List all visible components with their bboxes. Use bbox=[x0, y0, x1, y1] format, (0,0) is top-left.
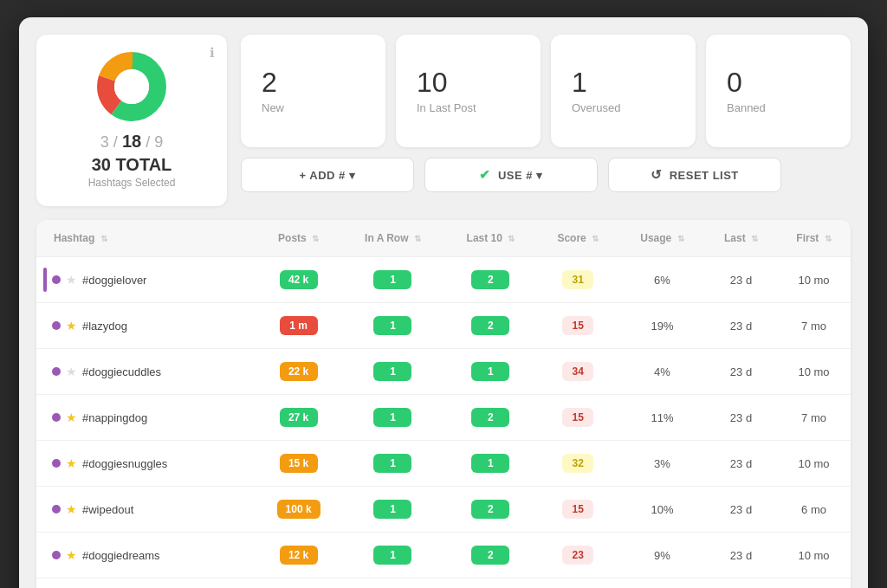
last-cell: 23 d bbox=[705, 533, 777, 578]
first-cell: 10 mo bbox=[777, 349, 851, 395]
score-cell: 15 bbox=[537, 395, 619, 441]
score-badge: 23 bbox=[562, 546, 593, 565]
score-cell: 32 bbox=[537, 441, 619, 487]
hashtag-name: #doggielover bbox=[82, 274, 146, 287]
posts-badge: 22 k bbox=[280, 362, 318, 381]
top-section: ℹ 3 / 18 / 9 30 TOTAL Hashtags Selected bbox=[36, 35, 851, 206]
col-last[interactable]: Last ⇅ bbox=[705, 220, 777, 257]
hashtag-cell: ★#lazydog bbox=[36, 303, 256, 349]
first-cell: 10 mo bbox=[777, 257, 851, 303]
stat-banned-number: 0 bbox=[727, 68, 742, 96]
score-badge: 31 bbox=[562, 270, 593, 289]
last10-cell: 2 bbox=[444, 257, 537, 303]
hashtag-name: #doggiesnuggles bbox=[82, 457, 167, 470]
posts-badge: 1 m bbox=[280, 316, 318, 335]
stat-overused-label: Overused bbox=[572, 101, 620, 114]
usage-cell: 4% bbox=[619, 349, 705, 395]
app-container: ℹ 3 / 18 / 9 30 TOTAL Hashtags Selected bbox=[19, 17, 868, 588]
first-cell: 5 mo bbox=[777, 578, 851, 589]
stat-banned-label: Banned bbox=[727, 101, 766, 114]
stat-new-number: 2 bbox=[262, 68, 277, 96]
stat-in-last-post: 10 In Last Post bbox=[396, 35, 541, 147]
posts-badge: 12 k bbox=[280, 546, 318, 565]
col-hashtag[interactable]: Hashtag ⇅ bbox=[36, 220, 256, 257]
in-a-row-badge: 1 bbox=[373, 500, 411, 519]
last10-cell: 2 bbox=[444, 303, 537, 349]
col-last10[interactable]: Last 10 ⇅ bbox=[444, 220, 537, 257]
in-a-row-cell: 1 bbox=[341, 487, 444, 533]
counts-mid: 18 bbox=[122, 132, 141, 151]
col-usage[interactable]: Usage ⇅ bbox=[619, 220, 705, 257]
last10-badge: 2 bbox=[471, 316, 509, 335]
score-badge: 15 bbox=[562, 316, 593, 335]
in-a-row-cell: 1 bbox=[341, 349, 444, 395]
table-row: ★#lazydog1 m121519%23 d7 mo bbox=[36, 303, 851, 349]
star-icon[interactable]: ★ bbox=[66, 365, 77, 378]
use-hashtag-button[interactable]: ✔ USE # ▾ bbox=[424, 158, 598, 192]
reset-list-button[interactable]: ↺ RESET LIST bbox=[608, 158, 781, 192]
table-row: ★#doggiesnuggles15 k11323%23 d10 mo bbox=[36, 441, 851, 487]
sort-arrow-first: ⇅ bbox=[825, 234, 832, 243]
last10-badge: 2 bbox=[471, 500, 509, 519]
stats-grid: 2 New 10 In Last Post 1 Overused 0 Banne… bbox=[241, 35, 851, 147]
col-posts[interactable]: Posts ⇅ bbox=[256, 220, 341, 257]
last10-badge: 2 bbox=[471, 408, 509, 427]
star-icon[interactable]: ★ bbox=[66, 410, 77, 424]
use-hashtag-label: USE # ▾ bbox=[498, 169, 543, 182]
dot-purple bbox=[52, 505, 61, 514]
sort-arrow-last10: ⇅ bbox=[508, 234, 515, 243]
table-row: ★#doggielover42 k12316%23 d10 mo bbox=[36, 257, 851, 303]
usage-cell: 10% bbox=[619, 487, 705, 533]
score-cell: 15 bbox=[537, 303, 619, 349]
in-a-row-badge: 1 bbox=[373, 362, 411, 381]
action-bar: + ADD # ▾ ✔ USE # ▾ ↺ RESET LIST bbox=[241, 158, 851, 192]
dot-purple bbox=[52, 551, 61, 559]
score-cell: 34 bbox=[537, 349, 619, 395]
table-header-row: Hashtag ⇅ Posts ⇅ In A Row ⇅ Last 10 ⇅ bbox=[36, 220, 851, 257]
usage-cell: 11% bbox=[619, 395, 705, 441]
chart-counts: 3 / 18 / 9 bbox=[100, 132, 163, 152]
last-cell: 23 d bbox=[705, 349, 777, 395]
hashtag-cell: ★#doggielover bbox=[36, 257, 256, 303]
last10-badge: 1 bbox=[471, 362, 509, 381]
posts-cell: 280 k bbox=[256, 578, 341, 589]
last10-cell: 1 bbox=[444, 349, 537, 395]
hashtag-cell: ★#doggiedreams bbox=[36, 533, 256, 578]
posts-cell: 27 k bbox=[256, 395, 341, 441]
hashtag-cell: ★#muttstagram bbox=[36, 578, 256, 589]
col-first[interactable]: First ⇅ bbox=[777, 220, 851, 257]
stat-overused-number: 1 bbox=[572, 68, 587, 96]
score-cell: 29 bbox=[537, 578, 619, 589]
star-icon[interactable]: ★ bbox=[66, 273, 77, 287]
in-a-row-badge: 1 bbox=[373, 316, 411, 335]
sort-arrow-hashtag: ⇅ bbox=[100, 234, 107, 243]
star-icon[interactable]: ★ bbox=[66, 502, 77, 516]
add-hashtag-label: + ADD # ▾ bbox=[300, 169, 356, 182]
in-a-row-cell: 1 bbox=[341, 395, 444, 441]
usage-cell: 9% bbox=[619, 533, 705, 578]
last10-cell: 2 bbox=[444, 533, 537, 578]
star-icon[interactable]: ★ bbox=[66, 456, 77, 470]
in-a-row-cell: 1 bbox=[341, 303, 444, 349]
last-cell: 23 d bbox=[705, 441, 777, 487]
star-icon[interactable]: ★ bbox=[66, 548, 77, 562]
counts-right: 9 bbox=[154, 133, 163, 151]
col-in-a-row[interactable]: In A Row ⇅ bbox=[341, 220, 444, 257]
last-cell: 23 d bbox=[705, 487, 777, 533]
svg-point-3 bbox=[114, 69, 149, 104]
posts-cell: 100 k bbox=[256, 487, 341, 533]
dot-purple bbox=[52, 413, 61, 422]
usage-cell: 19% bbox=[619, 303, 705, 349]
first-cell: 6 mo bbox=[777, 487, 851, 533]
star-icon[interactable]: ★ bbox=[66, 319, 77, 333]
posts-cell: 42 k bbox=[256, 257, 341, 303]
chart-label: Hashtags Selected bbox=[88, 177, 176, 189]
last-cell: 23 d bbox=[705, 257, 777, 303]
hashtag-name: #doggiedreams bbox=[82, 549, 160, 562]
last10-badge: 2 bbox=[471, 270, 509, 289]
add-hashtag-button[interactable]: + ADD # ▾ bbox=[241, 158, 414, 192]
stat-banned: 0 Banned bbox=[706, 35, 851, 147]
info-icon[interactable]: ℹ bbox=[210, 45, 215, 61]
col-score[interactable]: Score ⇅ bbox=[537, 220, 619, 257]
first-cell: 10 mo bbox=[777, 533, 851, 578]
